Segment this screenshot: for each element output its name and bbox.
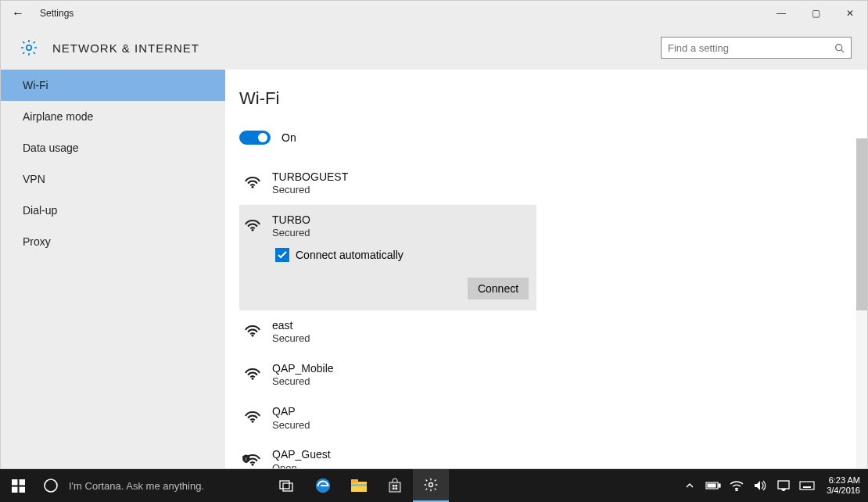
network-item[interactable]: TURBOGUESTSecured	[239, 162, 536, 205]
wifi-icon: !	[242, 449, 263, 466]
tray-chevron-icon[interactable]	[678, 469, 701, 502]
scrollbar-thumb[interactable]	[856, 138, 867, 310]
svg-rect-26	[396, 488, 398, 490]
svg-rect-22	[389, 482, 400, 492]
svg-point-27	[429, 483, 433, 487]
task-view-icon[interactable]	[269, 469, 305, 502]
wifi-tray-icon[interactable]	[725, 469, 748, 502]
sidebar-item-airplane-mode[interactable]: Airplane mode	[1, 101, 225, 132]
svg-rect-11	[12, 479, 17, 485]
page-title: Wi-Fi	[239, 88, 848, 109]
svg-point-15	[45, 479, 57, 492]
svg-rect-21	[351, 484, 367, 486]
wifi-toggle-label: On	[282, 131, 296, 144]
search-box[interactable]	[661, 37, 852, 59]
svg-rect-30	[708, 484, 716, 487]
network-item[interactable]: !QAP_GuestOpen	[239, 439, 536, 468]
network-name: east	[272, 318, 310, 332]
settings-taskbar-icon[interactable]	[413, 469, 449, 502]
search-icon	[834, 43, 845, 53]
settings-window: ← Settings — ▢ ✕ NETWORK & INTERNET Wi	[0, 0, 868, 469]
network-item[interactable]: TURBOSecuredConnect automaticallyConnect	[239, 205, 536, 310]
network-item[interactable]: QAPSecured	[239, 396, 536, 439]
svg-rect-17	[283, 483, 292, 491]
wifi-icon	[242, 171, 263, 188]
clock-time: 6:23 AM	[829, 475, 860, 486]
body: Wi-FiAirplane modeData usageVPNDial-upPr…	[1, 70, 867, 468]
maximize-button[interactable]: ▢	[798, 1, 833, 26]
battery-icon[interactable]	[701, 469, 725, 502]
auto-connect-label: Connect automatically	[296, 249, 404, 261]
network-name: TURBOGUEST	[272, 170, 348, 184]
sidebar: Wi-FiAirplane modeData usageVPNDial-upPr…	[1, 70, 225, 468]
minimize-button[interactable]: —	[764, 1, 798, 26]
network-name: TURBO	[272, 213, 310, 227]
network-security: Secured	[272, 184, 348, 197]
svg-rect-16	[280, 481, 289, 489]
sidebar-item-dial-up[interactable]: Dial-up	[1, 195, 225, 226]
network-item[interactable]: QAP_MobileSecured	[239, 353, 536, 396]
network-name: QAP_Mobile	[272, 361, 334, 375]
wifi-icon	[242, 363, 263, 380]
network-security: Secured	[272, 332, 310, 346]
svg-line-2	[841, 49, 844, 52]
edge-icon[interactable]	[305, 469, 341, 502]
sidebar-item-data-usage[interactable]: Data usage	[1, 132, 225, 163]
file-explorer-icon[interactable]	[341, 469, 377, 502]
section-header: NETWORK & INTERNET	[1, 26, 867, 70]
keyboard-icon[interactable]	[795, 469, 819, 502]
start-button[interactable]	[0, 469, 36, 502]
svg-point-6	[252, 378, 254, 380]
back-button[interactable]: ←	[1, 1, 35, 26]
svg-rect-14	[19, 486, 24, 492]
volume-icon[interactable]	[748, 469, 772, 502]
gear-icon	[20, 38, 38, 57]
taskbar: I'm Cortana. Ask me anything.	[0, 469, 868, 502]
wifi-toggle-row: On	[239, 131, 848, 145]
svg-rect-32	[778, 481, 789, 489]
svg-text:!: !	[246, 457, 247, 464]
close-button[interactable]: ✕	[833, 1, 867, 26]
window-controls: — ▢ ✕	[764, 1, 867, 26]
network-security: Open	[272, 462, 331, 468]
network-security: Secured	[272, 419, 310, 432]
wifi-icon	[242, 406, 263, 423]
wifi-toggle[interactable]	[239, 131, 271, 145]
svg-point-3	[252, 186, 254, 188]
svg-point-0	[27, 45, 31, 50]
cortana-icon[interactable]	[36, 469, 66, 502]
clock[interactable]: 6:23 AM 3/4/2016	[819, 469, 868, 502]
network-security: Secured	[272, 375, 334, 389]
sidebar-item-proxy[interactable]: Proxy	[1, 226, 225, 257]
connect-button[interactable]: Connect	[468, 278, 529, 299]
system-tray: 6:23 AM 3/4/2016	[678, 469, 868, 502]
main-panel: Wi-Fi On TURBOGUESTSecuredTURBOSecuredCo…	[225, 70, 867, 468]
search-input[interactable]	[668, 42, 834, 54]
network-security: Secured	[272, 227, 310, 240]
notifications-icon[interactable]	[772, 469, 795, 502]
network-list: TURBOGUESTSecuredTURBOSecuredConnect aut…	[239, 162, 848, 468]
svg-rect-29	[719, 484, 720, 487]
wifi-icon	[242, 214, 263, 231]
window-title: Settings	[40, 8, 74, 19]
store-icon[interactable]	[377, 469, 413, 502]
section-title: NETWORK & INTERNET	[52, 41, 199, 55]
clock-date: 3/4/2016	[827, 486, 860, 496]
svg-rect-25	[393, 488, 395, 490]
wifi-icon	[242, 320, 263, 337]
auto-connect-row: Connect automatically	[275, 248, 529, 262]
sidebar-item-wi-fi[interactable]: Wi-Fi	[1, 70, 225, 101]
svg-point-7	[252, 421, 254, 423]
auto-connect-checkbox[interactable]	[275, 248, 289, 262]
svg-point-1	[836, 44, 842, 50]
svg-point-8	[252, 464, 254, 466]
svg-rect-24	[396, 485, 398, 487]
cortana-search[interactable]: I'm Cortana. Ask me anything.	[66, 469, 269, 502]
network-item[interactable]: eastSecured	[239, 310, 536, 353]
titlebar: ← Settings — ▢ ✕	[1, 1, 867, 26]
sidebar-item-vpn[interactable]: VPN	[1, 163, 225, 195]
svg-point-5	[252, 335, 254, 337]
network-name: QAP	[272, 404, 310, 418]
svg-rect-12	[19, 479, 24, 485]
svg-rect-13	[12, 486, 17, 492]
